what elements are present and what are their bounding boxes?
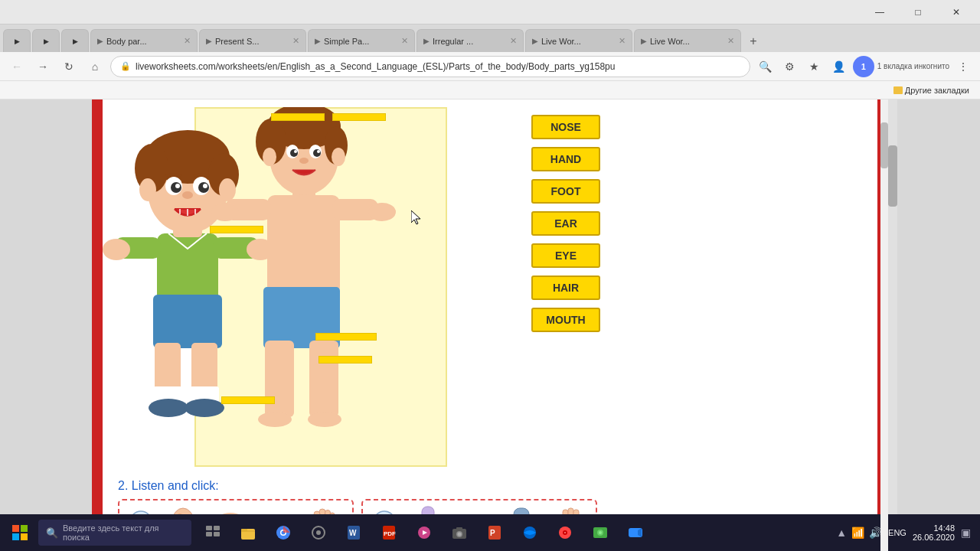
minimize-button[interactable]: — <box>862 0 897 24</box>
tab-close-icon[interactable]: ✕ <box>401 36 408 46</box>
network-icon[interactable]: 📶 <box>851 527 864 539</box>
word-foot[interactable]: FOOT <box>531 179 600 204</box>
media-player-button[interactable] <box>407 516 441 549</box>
word-button[interactable]: W <box>337 516 371 549</box>
word-nose[interactable]: NOSE <box>531 115 600 139</box>
star-button[interactable]: ★ <box>804 56 825 77</box>
file-explorer-button[interactable] <box>231 516 265 549</box>
pdf-button[interactable]: PDF <box>372 516 406 549</box>
menu-button[interactable]: ⋮ <box>952 56 974 77</box>
svg-rect-84 <box>206 532 212 536</box>
tab-live-wor-2[interactable]: ▶ Live Wor... ✕ <box>634 29 741 52</box>
page-scrollbar-thumb[interactable] <box>888 145 897 207</box>
tab-pinned-2[interactable]: ▶ <box>32 29 60 52</box>
tab-favicon: ▶ <box>423 37 430 45</box>
chrome-button[interactable] <box>266 516 300 549</box>
label-right-area[interactable] <box>315 333 377 341</box>
url-bar[interactable]: 🔒 liveworksheets.com/worksheets/en/Engli… <box>110 56 750 77</box>
label-top-right[interactable] <box>332 113 386 121</box>
tab-close-icon[interactable]: ✕ <box>510 36 517 46</box>
word-hair[interactable]: HAIR <box>531 276 600 300</box>
bookmark-bar: Другие закладки <box>0 81 980 99</box>
scrollbar-track[interactable] <box>880 99 888 551</box>
svg-point-111 <box>599 531 602 534</box>
label-foot[interactable] <box>221 396 275 404</box>
svg-point-17 <box>290 149 298 157</box>
label-head[interactable] <box>271 113 325 121</box>
svg-rect-3 <box>265 341 294 417</box>
svg-text:PDF: PDF <box>384 530 396 537</box>
clock[interactable]: 14:48 26.06.2020 <box>913 523 955 542</box>
expand-icon[interactable]: ▲ <box>836 527 847 539</box>
tab-simple-pa[interactable]: ▶ Simple Pa... ✕ <box>308 29 415 52</box>
svg-rect-102 <box>456 527 462 530</box>
word-bank: NOSE HAND FOOT EAR EYE HAIR MOUTH <box>531 107 669 471</box>
language-indicator[interactable]: ENG <box>888 528 906 537</box>
word-hand[interactable]: HAND <box>531 147 600 171</box>
svg-point-23 <box>263 148 276 166</box>
page-scrollbar[interactable] <box>888 99 897 551</box>
scrollbar-thumb[interactable] <box>880 122 888 168</box>
svg-rect-4 <box>309 341 338 417</box>
maximize-button[interactable]: □ <box>900 0 936 24</box>
label-arm-left[interactable] <box>210 226 263 233</box>
svg-point-34 <box>103 239 130 260</box>
reload-button[interactable]: ↻ <box>58 56 80 77</box>
back-button[interactable]: ← <box>6 56 28 77</box>
tab-pinned-3[interactable]: ▶ <box>61 29 89 52</box>
worksheet-container: NOSE HAND FOOT EAR EYE HAIR MOUTH <box>92 99 888 551</box>
home-button[interactable]: ⌂ <box>84 56 106 77</box>
word-eye[interactable]: EYE <box>531 243 600 268</box>
settings-button[interactable] <box>302 516 335 549</box>
incognito-badge[interactable]: 1 <box>853 56 874 77</box>
tab-favicon: ▶ <box>315 37 321 45</box>
search-toolbar-button[interactable]: 🔍 <box>755 56 776 77</box>
tab-body-parts[interactable]: ▶ Body par... ✕ <box>90 29 198 52</box>
photo-button[interactable] <box>583 516 617 549</box>
word-ear[interactable]: EAR <box>531 211 600 236</box>
close-button[interactable]: ✕ <box>939 0 974 24</box>
camera-button[interactable] <box>443 516 476 549</box>
right-margin <box>888 99 980 551</box>
extension-button[interactable]: ⚙ <box>779 56 801 77</box>
powerpoint-button[interactable]: P <box>478 516 511 549</box>
tab-present-s[interactable]: ▶ Present S... ✕ <box>199 29 306 52</box>
system-icons: ▲ 📶 🔊 <box>836 527 882 539</box>
svg-point-108 <box>564 532 566 533</box>
toolbar-right: 🔍 ⚙ ★ 👤 1 1 вкладка инкогнито ⋮ <box>755 56 974 77</box>
svg-point-20 <box>317 150 320 153</box>
start-button[interactable] <box>3 516 37 549</box>
profile-button[interactable]: 👤 <box>828 56 850 77</box>
svg-point-21 <box>299 158 309 164</box>
music-button[interactable] <box>548 516 582 549</box>
page-content: NOSE HAND FOOT EAR EYE HAIR MOUTH <box>0 99 980 551</box>
new-tab-button[interactable]: + <box>743 31 764 52</box>
word-mouth[interactable]: MOUTH <box>531 308 600 332</box>
notification-center[interactable]: ▣ <box>961 527 971 539</box>
tab-label: Simple Pa... <box>324 37 369 46</box>
search-placeholder: Введите здесь текст для поиска <box>63 523 184 542</box>
svg-rect-81 <box>21 533 28 540</box>
svg-point-5 <box>258 412 292 427</box>
tab-label: Irregular ... <box>433 37 473 46</box>
tab-live-wor-1[interactable]: ▶ Live Wor... ✕ <box>525 29 632 52</box>
tab-close-icon[interactable]: ✕ <box>292 36 299 46</box>
tab-irregular[interactable]: ▶ Irregular ... ✕ <box>416 29 524 52</box>
svg-rect-1 <box>267 195 340 295</box>
svg-point-6 <box>308 412 341 427</box>
tab-close-icon[interactable]: ✕ <box>727 36 734 46</box>
address-bar: ← → ↻ ⌂ 🔒 liveworksheets.com/worksheets/… <box>0 52 980 81</box>
tab-close-icon[interactable]: ✕ <box>619 36 626 46</box>
worksheet-inner: NOSE HAND FOOT EAR EYE HAIR MOUTH <box>103 99 877 551</box>
task-view-button[interactable] <box>196 516 230 549</box>
forward-button[interactable]: → <box>32 56 54 77</box>
tab-pinned-1[interactable]: ▶ <box>3 29 31 52</box>
tab-close-icon[interactable]: ✕ <box>184 36 191 46</box>
zoom-button[interactable] <box>619 516 652 549</box>
bookmark-folder-item[interactable]: Другие закладки <box>889 84 974 96</box>
tab-favicon: ▶ <box>532 37 538 45</box>
browser2-button[interactable] <box>513 516 547 549</box>
taskbar-search[interactable]: 🔍 Введите здесь текст для поиска <box>38 520 191 546</box>
label-knee[interactable] <box>318 356 372 364</box>
bookmark-label: Другие закладки <box>905 86 969 95</box>
